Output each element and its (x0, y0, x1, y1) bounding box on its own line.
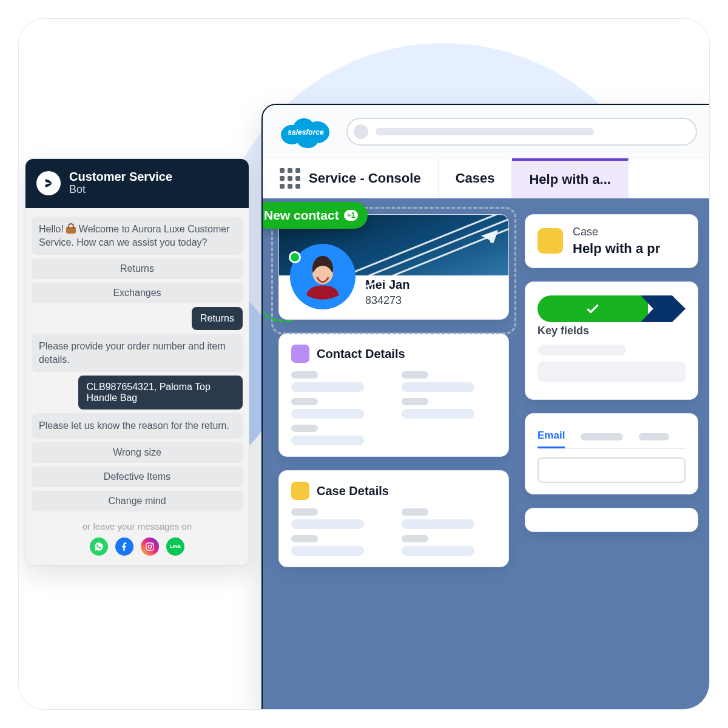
avatar (290, 244, 356, 309)
case-details-card: Case Details (278, 470, 509, 567)
app-launcher-icon (280, 168, 300, 189)
path-stages[interactable] (538, 295, 686, 322)
quick-reply-exchanges[interactable]: Exchanges (32, 283, 243, 303)
tab-placeholder[interactable] (639, 433, 669, 440)
tab-help-with[interactable]: Help with a... (512, 158, 628, 198)
tab-label: Help with a... (529, 172, 610, 187)
search-icon (354, 124, 368, 139)
section-title: Case Details (317, 484, 389, 498)
chat-header: Customer Service Bot (25, 159, 249, 208)
search-placeholder (376, 128, 594, 135)
email-composer-card: Email (525, 413, 698, 494)
chat-subtitle: Bot (69, 183, 172, 196)
tab-placeholder[interactable] (581, 433, 623, 440)
line-icon[interactable]: LINE (166, 538, 184, 556)
svg-text:salesforce: salesforce (288, 128, 324, 136)
svg-point-9 (152, 544, 153, 545)
chat-widget: Customer Service Bot Hello! Welcome to A… (25, 158, 249, 566)
case-icon (538, 228, 563, 254)
new-contact-count: +1 (344, 210, 359, 221)
chat-brand-icon (36, 171, 61, 195)
airplane-icon (479, 222, 500, 243)
whatsapp-icon[interactable] (90, 538, 108, 556)
case-title: Help with a pr (573, 241, 660, 257)
contact-details-card: Contact Details (278, 333, 509, 457)
facebook-icon[interactable] (115, 538, 133, 556)
bot-message: Hello! Welcome to Aurora Luxe Customer S… (32, 217, 243, 255)
workspace-tabs: Service - Console Cases Help with a... (263, 158, 710, 198)
tab-cases[interactable]: Cases (439, 158, 513, 198)
quick-reply-wrong-size[interactable]: Wrong size (32, 442, 243, 463)
placeholder-fields (291, 371, 496, 445)
tab-label: Service - Console (309, 170, 421, 186)
case-header-card: Case Help with a pr (525, 214, 698, 268)
handbag-icon (66, 225, 76, 234)
case-label: Case (573, 226, 660, 238)
connector-line (261, 249, 293, 322)
contact-icon (291, 345, 309, 363)
check-icon (585, 301, 601, 317)
stage-and-keyfields-card: Key fields (525, 281, 698, 400)
footer-hint: or leave your messages on (25, 521, 249, 531)
user-message: CLB987654321, Paloma Top Handle Bag (78, 376, 243, 410)
svg-point-8 (148, 545, 151, 548)
chat-footer: or leave your messages on LINE (25, 516, 249, 565)
tab-service-console[interactable]: Service - Console (263, 158, 439, 198)
salesforce-logo: salesforce (280, 114, 332, 149)
quick-reply-returns[interactable]: Returns (32, 258, 243, 279)
quick-reply-defective[interactable]: Defective Items (32, 467, 243, 487)
stage-complete[interactable] (538, 295, 648, 322)
quick-reply-change-mind[interactable]: Change mind (32, 491, 243, 511)
key-fields-title: Key fields (538, 325, 686, 337)
salesforce-topbar: salesforce (263, 105, 710, 158)
extra-card (525, 508, 698, 532)
tab-email[interactable]: Email (538, 425, 565, 448)
salesforce-panel: salesforce Service - Console Cases Help … (261, 104, 710, 710)
chat-title: Customer Service (69, 170, 172, 183)
search-input[interactable] (346, 118, 697, 146)
bot-message: Please provide your order number and ite… (32, 334, 243, 372)
activity-tabs: Email (538, 425, 686, 449)
placeholder-fields (291, 508, 496, 556)
email-to-input[interactable] (538, 457, 686, 483)
instagram-icon[interactable] (141, 538, 159, 556)
new-contact-badge: New contact +1 (261, 202, 368, 229)
new-contact-label: New contact (264, 208, 339, 223)
tab-label: Cases (456, 170, 495, 186)
bot-message: Please let us know the reason for the re… (32, 413, 243, 439)
user-message: Returns (192, 307, 243, 330)
section-title: Contact Details (317, 347, 405, 361)
contact-card-wrap: New contact +1 (278, 214, 509, 320)
case-icon (291, 482, 309, 500)
